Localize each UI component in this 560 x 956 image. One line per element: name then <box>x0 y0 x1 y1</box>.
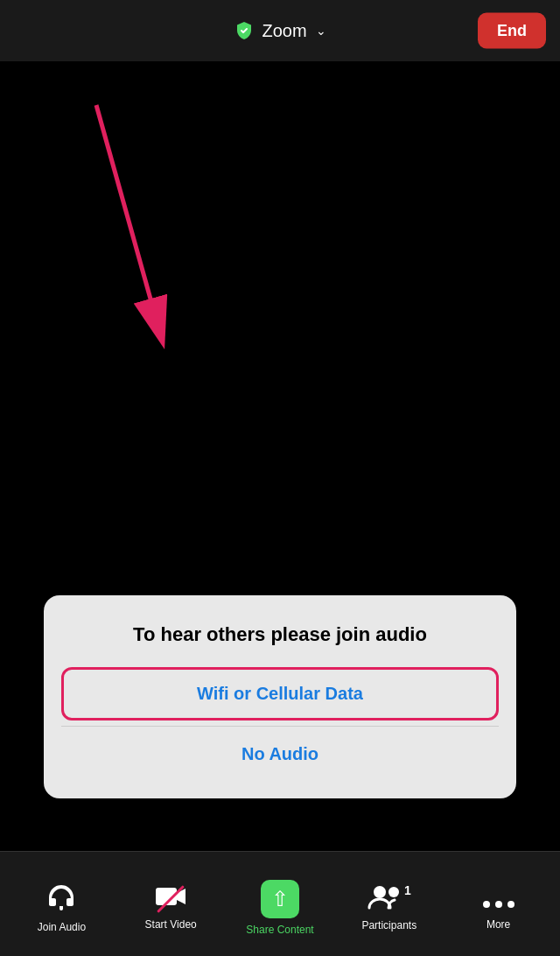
main-area: To hear others please join audio Wifi or… <box>0 61 560 851</box>
video-icon <box>154 884 187 913</box>
dialog-message: To hear others please join audio <box>133 622 427 648</box>
wifi-cellular-button[interactable]: Wifi or Cellular Data <box>61 667 499 721</box>
shield-icon <box>234 20 255 41</box>
svg-point-4 <box>388 887 399 897</box>
app-title: Zoom <box>262 21 306 41</box>
svg-line-1 <box>96 105 158 324</box>
arrow-svg <box>44 88 219 368</box>
participants-count: 1 <box>404 883 411 897</box>
join-audio-button[interactable]: Join Audio <box>7 875 116 933</box>
more-button[interactable]: More <box>444 878 553 931</box>
participants-label: Participants <box>361 919 416 931</box>
participants-icon <box>368 883 402 914</box>
no-audio-button[interactable]: No Audio <box>61 732 499 777</box>
audio-dialog: To hear others please join audio Wifi or… <box>44 595 516 798</box>
more-icon <box>482 885 515 913</box>
participants-button[interactable]: 1 Participants <box>334 876 444 931</box>
divider <box>61 726 499 727</box>
share-icon-bg: ⇧ <box>261 880 299 918</box>
svg-point-7 <box>508 901 514 908</box>
more-label: More <box>486 918 510 931</box>
header: Zoom ⌄ End <box>0 0 560 61</box>
share-content-label: Share Content <box>246 924 313 936</box>
chevron-down-icon[interactable]: ⌄ <box>316 24 326 38</box>
share-icon: ⇧ <box>271 887 289 911</box>
toolbar: Join Audio Start Video ⇧ Share Content <box>0 851 560 956</box>
join-audio-label: Join Audio <box>38 921 86 933</box>
svg-point-6 <box>495 901 502 908</box>
share-content-button[interactable]: ⇧ Share Content <box>226 873 335 936</box>
arrow-container <box>44 88 219 368</box>
svg-point-3 <box>374 886 386 898</box>
headphone-icon <box>45 882 78 916</box>
svg-point-5 <box>483 901 490 908</box>
start-video-label: Start Video <box>145 918 197 931</box>
header-title-area: Zoom ⌄ <box>234 20 326 41</box>
start-video-button[interactable]: Start Video <box>116 877 226 931</box>
end-button[interactable]: End <box>478 13 546 49</box>
